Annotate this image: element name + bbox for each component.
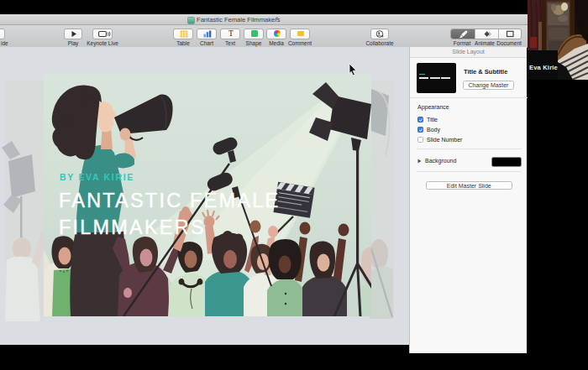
svg-text:BY EVA KIRIE: BY EVA KIRIE	[60, 172, 134, 182]
svg-text:FILMMAKERS: FILMMAKERS	[59, 216, 206, 238]
svg-text:FANTASTIC FEMALE: FANTASTIC FEMALE	[59, 190, 280, 211]
